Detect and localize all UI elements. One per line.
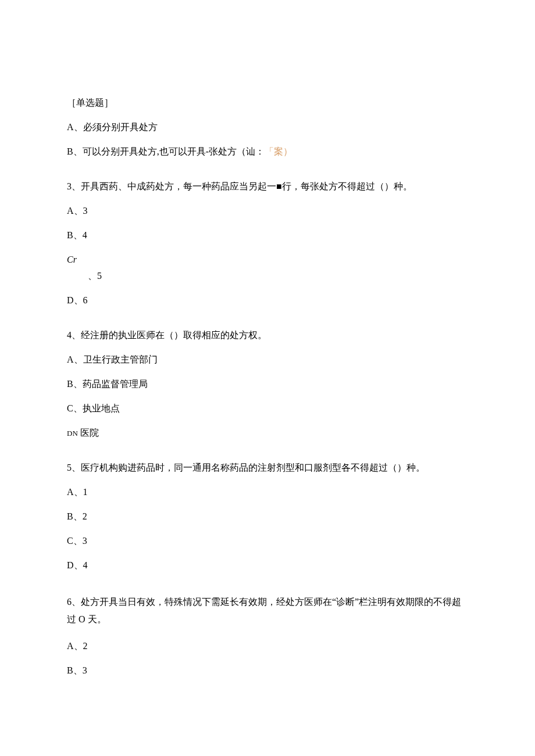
q4-option-a: A、卫生行政主管部门 (67, 353, 468, 367)
q5-text: 5、医疗机构购进药品时，同一通用名称药品的注射剂型和口服剂型各不得超过（）种。 (67, 461, 468, 475)
q2-option-b-text: B、可以分别开具处方,也可以开具-张处方（讪： (67, 146, 265, 156)
q5-option-d: D、4 (67, 558, 468, 572)
q4-text: 4、经注册的执业医师在（）取得相应的处方权。 (67, 328, 468, 342)
question-type-tag: ［单选题］ (67, 96, 468, 110)
q5-option-c: C、3 (67, 534, 468, 548)
q3-option-c-cr: Cr (67, 255, 77, 264)
q3-option-c-value: 、5 (88, 269, 468, 283)
document-page: ［单选题］ A、必须分别开具处方 B、可以分别开具处方,也可以开具-张处方（讪：… (0, 0, 535, 746)
q4-option-d: DN 医院 (67, 426, 468, 440)
q3-option-d: D、6 (67, 293, 468, 307)
q3-option-c-label: Cr (67, 253, 468, 267)
q6-option-b: B、3 (67, 664, 468, 678)
q4-option-d-value: 医院 (78, 428, 99, 438)
q2-option-a: A、必须分别开具处方 (67, 120, 468, 134)
q4-option-b: B、药品监督管理局 (67, 377, 468, 391)
q3-option-b: B、4 (67, 228, 468, 242)
q3-text: 3、开具西药、中成药处方，每一种药品应当另起一■行，每张处方不得超过（）种。 (67, 180, 468, 194)
q6-text: 6、处方开具当日有效，特殊情况下需延长有效期，经处方医师在“诊断”栏注明有效期限… (67, 593, 468, 629)
q2-answer-hint: 「案） (265, 146, 293, 156)
q4-option-c: C、执业地点 (67, 402, 468, 415)
q5-option-a: A、1 (67, 485, 468, 499)
q2-option-b: B、可以分别开具处方,也可以开具-张处方（讪：「案） (67, 145, 468, 159)
q6-option-a: A、2 (67, 639, 468, 653)
q5-option-b: B、2 (67, 510, 468, 524)
q3-option-a: A、3 (67, 204, 468, 218)
q4-option-d-label: DN (67, 429, 78, 438)
